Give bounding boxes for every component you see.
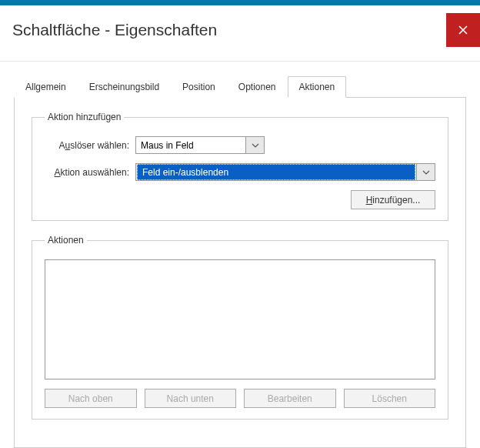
trigger-select[interactable]: Maus in Feld: [135, 136, 265, 154]
add-button[interactable]: Hinzufügen...: [351, 190, 435, 209]
tabs: Allgemein Erscheinungsbild Position Opti…: [14, 75, 466, 98]
tab-erscheinungsbild[interactable]: Erscheinungsbild: [78, 76, 171, 98]
action-value: Feld ein-/ausblenden: [137, 164, 415, 180]
add-action-legend: Aktion hinzufügen: [45, 112, 124, 122]
move-up-button: Nach oben: [45, 389, 137, 408]
trigger-value: Maus in Feld: [136, 137, 245, 153]
add-action-group: Aktion hinzufügen Auslöser wählen: Maus …: [32, 112, 448, 221]
actions-group: Aktionen Nach oben Nach unten Bearbeiten…: [32, 235, 448, 420]
delete-button: Löschen: [344, 389, 436, 408]
tab-optionen[interactable]: Optionen: [227, 76, 288, 98]
action-label: Aktion auswählen:: [45, 167, 129, 178]
dialog-title: Schaltfläche - Eigenschaften: [12, 21, 217, 39]
close-icon[interactable]: [446, 13, 480, 47]
chevron-down-icon: [245, 137, 264, 153]
move-down-button: Nach unten: [145, 389, 237, 408]
trigger-label: Auslöser wählen:: [45, 140, 129, 151]
actions-legend: Aktionen: [45, 235, 87, 246]
actions-list[interactable]: [45, 259, 435, 379]
action-select[interactable]: Feld ein-/ausblenden: [135, 163, 435, 181]
edit-button: Bearbeiten: [244, 389, 336, 408]
chevron-down-icon: [416, 164, 435, 180]
tab-aktionen[interactable]: Aktionen: [288, 76, 347, 98]
tab-allgemein[interactable]: Allgemein: [14, 76, 78, 98]
tab-position[interactable]: Position: [171, 76, 227, 98]
